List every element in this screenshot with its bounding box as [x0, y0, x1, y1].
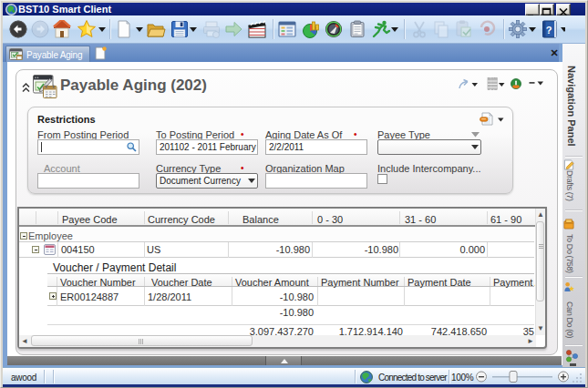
svg-text:?: ?	[546, 25, 552, 36]
